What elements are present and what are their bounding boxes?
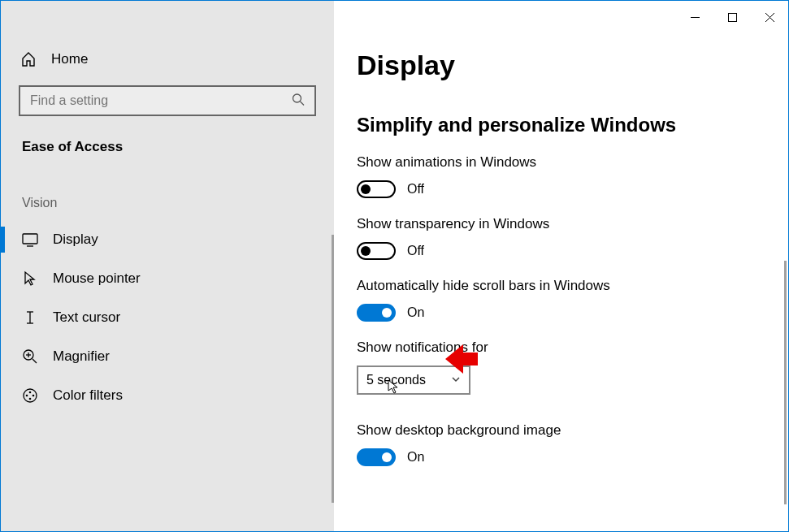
svg-point-4 bbox=[293, 94, 301, 102]
svg-point-18 bbox=[26, 395, 28, 397]
sidebar-item-label: Color filters bbox=[53, 387, 123, 404]
svg-rect-1 bbox=[728, 13, 736, 21]
svg-point-17 bbox=[33, 395, 35, 397]
page-subtitle: Simplify and personalize Windows bbox=[357, 114, 788, 136]
setting-label-transparency: Show transparency in Windows bbox=[357, 216, 788, 232]
display-icon bbox=[22, 231, 38, 248]
titlebar bbox=[676, 1, 788, 33]
svg-line-12 bbox=[33, 359, 37, 363]
sidebar: Home Ease of Access Vision Display Mouse… bbox=[1, 1, 334, 531]
toggle-state-transparency: Off bbox=[407, 244, 424, 258]
home-label: Home bbox=[51, 51, 88, 67]
setting-label-notifications: Show notifications for bbox=[357, 340, 788, 356]
setting-label-animations: Show animations in Windows bbox=[357, 154, 788, 171]
setting-label-desktop-bg: Show desktop background image bbox=[357, 422, 788, 439]
page-title: Display bbox=[357, 50, 788, 81]
sidebar-item-label: Text cursor bbox=[53, 309, 120, 326]
layout: Home Ease of Access Vision Display Mouse… bbox=[1, 1, 788, 531]
home-icon bbox=[20, 51, 37, 67]
toggle-row-transparency: Off bbox=[357, 242, 788, 260]
chevron-down-icon bbox=[451, 374, 461, 387]
maximize-button[interactable] bbox=[713, 4, 751, 30]
notifications-value: 5 seconds bbox=[366, 373, 426, 387]
sidebar-item-color-filters[interactable]: Color filters bbox=[1, 376, 334, 415]
magnifier-icon bbox=[22, 348, 38, 365]
toggle-row-desktop-bg: On bbox=[357, 448, 788, 466]
svg-line-5 bbox=[301, 102, 305, 106]
toggle-hide-scroll[interactable] bbox=[357, 304, 396, 322]
sidebar-item-label: Display bbox=[53, 231, 98, 248]
home-nav[interactable]: Home bbox=[1, 41, 334, 77]
setting-label-hide-scroll: Automatically hide scroll bars in Window… bbox=[357, 278, 788, 294]
search-icon bbox=[292, 93, 305, 109]
toggle-row-animations: Off bbox=[357, 180, 788, 198]
notifications-select[interactable]: 5 seconds bbox=[357, 365, 470, 395]
mouse-pointer-icon bbox=[22, 270, 38, 287]
toggle-state-animations: Off bbox=[407, 182, 424, 197]
main-scrollbar[interactable] bbox=[784, 261, 787, 504]
toggle-state-desktop-bg: On bbox=[407, 450, 424, 465]
sidebar-item-mouse-pointer[interactable]: Mouse pointer bbox=[1, 259, 334, 298]
text-cursor-icon bbox=[22, 309, 38, 326]
toggle-animations[interactable] bbox=[357, 180, 396, 198]
section-group: Vision bbox=[1, 163, 334, 220]
search-input[interactable] bbox=[19, 85, 316, 116]
svg-point-16 bbox=[29, 391, 32, 394]
svg-point-19 bbox=[29, 398, 32, 400]
toggle-desktop-bg[interactable] bbox=[357, 448, 396, 466]
svg-rect-6 bbox=[23, 234, 37, 244]
sidebar-item-magnifier[interactable]: Magnifier bbox=[1, 337, 334, 376]
toggle-transparency[interactable] bbox=[357, 242, 396, 260]
search-wrap bbox=[19, 85, 316, 116]
toggle-row-hide-scroll: On bbox=[357, 304, 788, 322]
color-filters-icon bbox=[22, 387, 38, 404]
main-content: Display Simplify and personalize Windows… bbox=[334, 1, 788, 531]
close-button[interactable] bbox=[751, 4, 788, 30]
toggle-state-hide-scroll: On bbox=[407, 305, 424, 320]
minimize-button[interactable] bbox=[676, 4, 713, 30]
sidebar-item-label: Mouse pointer bbox=[53, 270, 141, 287]
sidebar-item-text-cursor[interactable]: Text cursor bbox=[1, 298, 334, 337]
section-heading: Ease of Access bbox=[1, 123, 334, 163]
sidebar-item-label: Magnifier bbox=[53, 348, 110, 365]
svg-point-15 bbox=[24, 389, 37, 402]
sidebar-item-display[interactable]: Display bbox=[1, 220, 334, 259]
